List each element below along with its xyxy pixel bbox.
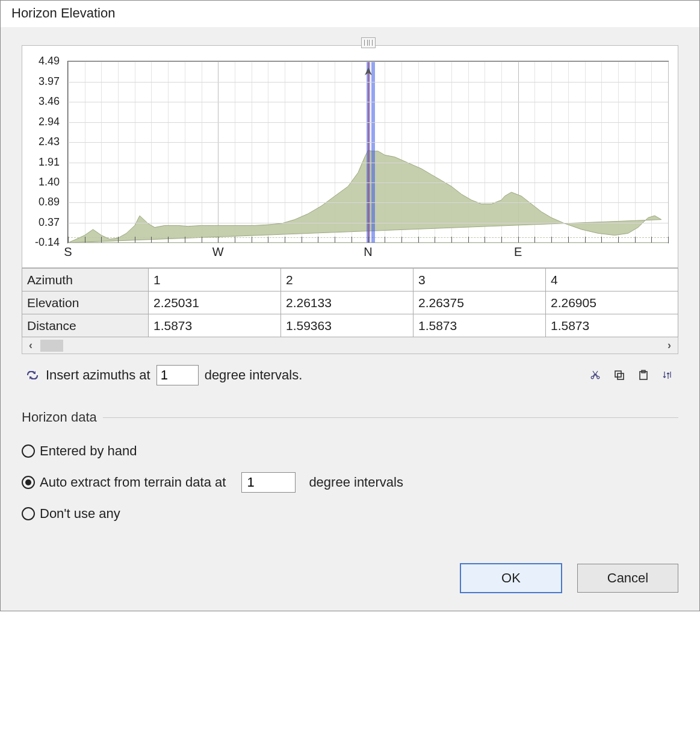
y-tick-label: -0.14: [35, 236, 60, 249]
radio-label-before: Auto extract from terrain data at: [40, 475, 226, 490]
marker-band-secondary[interactable]: [371, 61, 375, 243]
table-cell[interactable]: 4: [546, 269, 678, 291]
row-header: Distance: [22, 314, 149, 337]
group-title: Horizon data: [22, 410, 97, 425]
svg-rect-1: [618, 373, 624, 379]
table-cell[interactable]: 1: [149, 269, 281, 291]
table-cell[interactable]: 2.26375: [413, 291, 546, 314]
sort-icon[interactable]: [660, 368, 675, 382]
x-tick-label: N: [364, 245, 372, 259]
y-tick-label: 1.40: [39, 175, 60, 188]
insert-azimuth-row: Insert azimuths at degree intervals.: [22, 365, 678, 385]
marker-line[interactable]: [368, 61, 368, 243]
row-header: Elevation: [22, 291, 149, 314]
y-tick-label: 1.91: [39, 155, 60, 168]
y-tick-label: 3.97: [39, 75, 60, 87]
radio-label: Don't use any: [40, 506, 120, 522]
table-cell[interactable]: 2.26133: [281, 291, 413, 314]
radio-label: Entered by hand: [40, 443, 137, 459]
dialog-client: -0.140.370.891.401.912.432.943.463.974.4…: [1, 27, 699, 611]
table-tools: [588, 368, 675, 382]
table-hscrollbar[interactable]: ‹ ›: [22, 337, 678, 354]
insert-label-suffix: degree intervals.: [205, 367, 303, 383]
svg-rect-0: [615, 371, 621, 377]
x-tick-label: W: [212, 245, 224, 259]
dialog-window: Horizon Elevation -0.140.370.891.401.912…: [0, 0, 700, 611]
y-tick-label: 2.94: [39, 115, 60, 128]
plot-area: SWNE: [67, 61, 669, 243]
y-tick-label: 3.46: [39, 95, 60, 107]
scroll-thumb[interactable]: [40, 340, 63, 352]
y-tick-label: 0.89: [39, 196, 60, 208]
x-tick-label: S: [64, 245, 72, 259]
group-divider: [103, 417, 678, 418]
table-cell[interactable]: 1.59363: [281, 314, 413, 337]
radio-icon: [22, 444, 35, 458]
table-cell[interactable]: 1.5873: [413, 314, 546, 337]
radio-auto-extract[interactable]: Auto extract from terrain data at degree…: [22, 472, 678, 493]
cut-icon[interactable]: [588, 368, 602, 382]
north-arrow-icon: [364, 66, 373, 79]
azimuth-table: Azimuth1234Elevation2.250312.261332.2637…: [22, 268, 678, 337]
horizon-data-group: Horizon data Entered by hand Auto extrac…: [22, 410, 678, 522]
table-cell[interactable]: 2: [281, 269, 413, 291]
table-cell[interactable]: 2.25031: [149, 291, 281, 314]
horizon-chart: -0.140.370.891.401.912.432.943.463.974.4…: [22, 45, 678, 268]
scroll-right-icon[interactable]: ›: [661, 339, 678, 352]
radio-entered-by-hand[interactable]: Entered by hand: [22, 443, 678, 459]
row-header: Azimuth: [22, 269, 149, 291]
paste-icon[interactable]: [636, 368, 651, 382]
y-tick-label: 4.49: [39, 55, 60, 67]
dialog-title: Horizon Elevation: [1, 1, 699, 27]
y-tick-label: 2.43: [39, 135, 60, 148]
copy-icon[interactable]: [612, 368, 627, 382]
cancel-button[interactable]: Cancel: [577, 564, 678, 593]
table-cell[interactable]: 1.5873: [149, 314, 281, 337]
auto-interval-input[interactable]: [241, 472, 296, 493]
radio-icon: [22, 507, 35, 520]
insert-label-prefix: Insert azimuths at: [46, 367, 150, 383]
radio-none[interactable]: Don't use any: [22, 506, 678, 522]
x-tick-label: E: [514, 245, 522, 259]
table-cell[interactable]: 3: [413, 269, 546, 291]
refresh-icon[interactable]: [25, 368, 40, 382]
ok-button[interactable]: OK: [460, 564, 562, 593]
insert-interval-input[interactable]: [156, 365, 199, 385]
table-cell[interactable]: 1.5873: [546, 314, 678, 337]
scroll-left-icon[interactable]: ‹: [22, 339, 39, 352]
table-cell[interactable]: 2.26905: [546, 291, 678, 314]
radio-label-after: degree intervals: [309, 475, 403, 490]
slider-handle-icon[interactable]: [361, 37, 376, 48]
radio-icon: [22, 476, 35, 489]
y-tick-label: 0.37: [39, 216, 60, 228]
dialog-button-row: OK Cancel: [22, 564, 678, 593]
